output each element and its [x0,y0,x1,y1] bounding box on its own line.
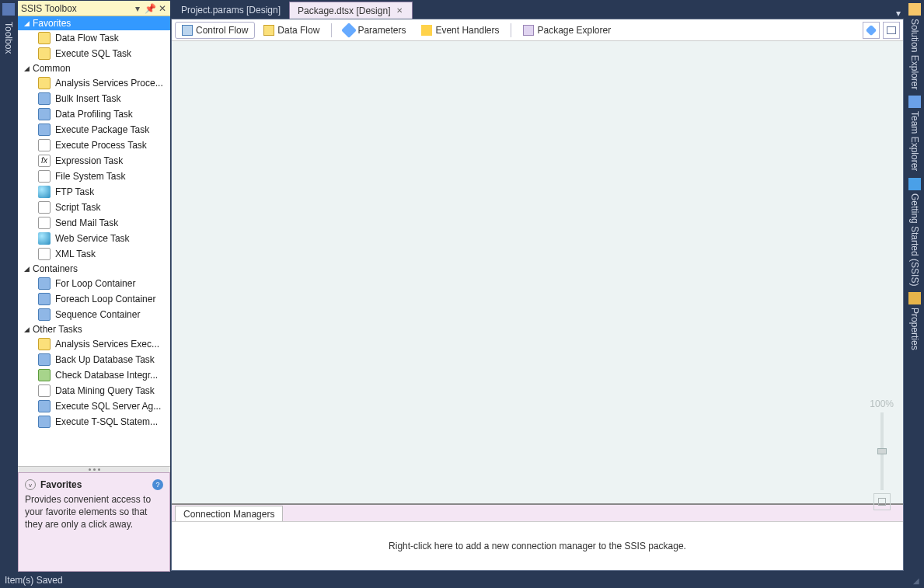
toolbox-item[interactable]: Execute SQL Task [18,46,170,61]
toolbox-item[interactable]: Web Service Task [18,231,170,246]
resize-grip-icon[interactable]: ◢ [913,576,919,585]
expand-arrow-icon: ◢ [24,265,30,273]
designer-tab[interactable]: Data Flow [256,22,326,39]
toolbox-item[interactable]: fxExpression Task [18,153,170,169]
task-icon [38,338,51,350]
toolbox-item[interactable]: File System Task [18,169,170,184]
toolbox-item[interactable]: Back Up Database Task [18,352,170,367]
designer-tab-label: Control Flow [196,25,248,36]
toolbox-item[interactable]: Check Database Integr... [18,367,170,383]
toolbox-item[interactable]: Data Flow Task [18,30,170,46]
zoom-slider[interactable] [880,412,884,490]
designer-tab-label: Parameters [357,25,406,36]
tab-separator [511,23,511,37]
toolbox-item-label: Check Database Integr... [55,370,158,381]
task-icon [38,217,51,229]
toolbox-item[interactable]: Data Profiling Task [18,106,170,122]
toolbox-tree[interactable]: ◢FavoritesData Flow TaskExecute SQL Task… [18,16,170,466]
toolbox-category[interactable]: ◢Common [18,61,170,75]
toolbox-category[interactable]: ◢Containers [18,262,170,276]
designer-tab-icon [341,23,357,38]
document-tab[interactable]: Project.params [Design] [173,2,289,19]
toolbox-item-label: Execute T-SQL Statem... [55,416,158,427]
designer-tab-bar: Control FlowData FlowParametersEvent Han… [172,19,903,41]
designer-tab-icon [421,25,432,36]
toolbox-category[interactable]: ◢Favorites [18,16,170,30]
toolbox-item[interactable]: Send Mail Task [18,215,170,231]
toolbox-item-label: For Loop Container [55,278,135,289]
toolbox-item[interactable]: Bulk Insert Task [18,91,170,106]
fit-view-button[interactable] [873,493,891,510]
toolbox-category[interactable]: ◢Other Tasks [18,322,170,336]
document-area: Project.params [Design]Package.dtsx [Des… [171,0,905,572]
toolbox-item-label: Back Up Database Task [55,354,155,365]
document-tab[interactable]: Package.dtsx [Design]✕ [289,2,413,19]
tab-overflow-icon[interactable]: ▾ [891,8,905,19]
task-icon [38,47,51,60]
task-icon [38,32,51,44]
task-icon [38,384,51,397]
designer-tab[interactable]: Parameters [336,22,413,39]
info-title: Favorites [40,479,148,490]
designer-tab-label: Event Handlers [435,25,499,36]
toolbox-item[interactable]: Analysis Services Exec... [18,336,170,352]
task-icon [38,369,51,381]
toolbox-strip-tab[interactable]: Toolbox [3,19,14,57]
designer-tab[interactable]: Control Flow [175,22,255,39]
help-icon[interactable]: ? [152,479,163,490]
toolbox-item[interactable]: Execute Package Task [18,122,170,137]
status-bar: Item(s) Saved ◢ [0,572,924,588]
toolbox-item-label: Analysis Services Exec... [55,339,159,350]
toolbox-item[interactable]: XML Task [18,246,170,262]
connection-managers-area[interactable]: Right-click here to add a new connection… [172,522,903,570]
right-tab-icon [908,3,921,16]
toolbox-dropdown-icon[interactable]: ▾ [133,4,142,13]
close-icon[interactable]: ✕ [158,4,167,13]
control-flow-canvas[interactable]: 100% [172,41,903,503]
info-description: Provides convenient access to your favor… [25,493,163,531]
toolbox-toggle-button[interactable] [883,22,900,39]
designer-tab[interactable]: Package Explorer [516,22,618,39]
designer-tab-label: Data Flow [277,25,319,36]
connection-managers-tab[interactable]: Connection Managers [175,506,283,521]
toolbox-item[interactable]: Execute SQL Server Ag... [18,398,170,414]
toolbox-item[interactable]: Sequence Container [18,307,170,322]
left-dock-strip: Toolbox [0,0,17,572]
toolbox-item[interactable]: Analysis Services Proce... [18,75,170,91]
toolbox-item[interactable]: FTP Task [18,184,170,200]
pin-icon[interactable]: 📌 [145,4,155,13]
panel-splitter[interactable] [18,466,170,472]
task-icon [38,170,51,183]
task-icon [38,232,51,245]
right-dock-tab[interactable]: Getting Started (SSIS) [909,192,920,291]
toolbox-item[interactable]: For Loop Container [18,276,170,291]
designer-tab-label: Package Explorer [537,25,611,36]
right-tab-icon [908,178,921,190]
variables-button[interactable] [863,22,880,39]
right-dock-tab[interactable]: Properties [909,306,920,355]
zoom-label: 100% [870,398,894,409]
toolbox-item-label: Expression Task [55,155,123,166]
zoom-thumb[interactable] [877,448,887,454]
toolbox-item-label: FTP Task [55,186,94,197]
right-dock-tab[interactable]: Team Explorer [909,110,920,176]
toolbox-strip-icon [2,3,15,16]
toolbox-item[interactable]: Script Task [18,200,170,215]
designer-tab[interactable]: Event Handlers [414,22,506,39]
package-designer: Control FlowData FlowParametersEvent Han… [171,19,904,571]
right-dock-tab[interactable]: Solution Explorer [909,17,920,94]
collapse-icon[interactable]: v [25,479,36,490]
expand-arrow-icon: ◢ [24,19,30,27]
right-tab-icon [908,96,921,108]
toolbox-item-label: Data Flow Task [55,33,119,43]
category-label: Containers [33,263,78,274]
tab-close-icon[interactable]: ✕ [395,6,404,16]
toolbox-item[interactable]: Execute T-SQL Statem... [18,414,170,430]
right-dock-strip: Solution ExplorerTeam ExplorerGetting St… [905,0,924,572]
task-icon [38,400,51,412]
toolbox-item-label: Execute SQL Server Ag... [55,401,161,412]
toolbox-item[interactable]: Execute Process Task [18,137,170,153]
toolbox-item[interactable]: Foreach Loop Container [18,291,170,307]
status-text: Item(s) Saved [5,575,63,586]
toolbox-item[interactable]: Data Mining Query Task [18,383,170,398]
